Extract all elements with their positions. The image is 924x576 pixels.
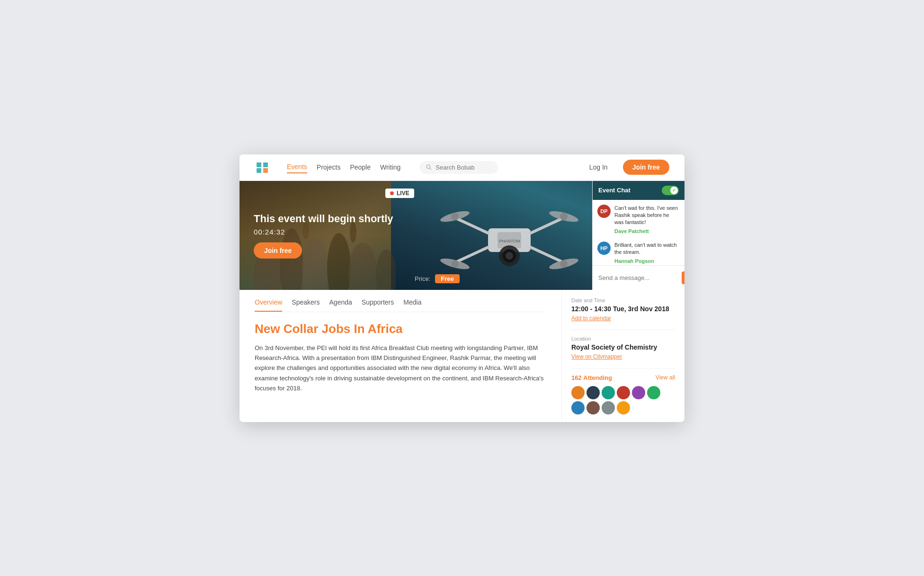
tab-speakers[interactable]: Speakers — [292, 298, 320, 312]
attendee-avatar-9 — [602, 401, 615, 414]
attendee-avatar-6 — [647, 386, 660, 399]
chat-text-1: Can't wait for this. I've seen Rashik sp… — [614, 205, 680, 226]
nav-links: Events Projects People Writing — [287, 161, 400, 173]
chat-message-2: HP Brilliant, can't wait to watch the st… — [597, 242, 680, 265]
chat-message-1: DP Can't wait for this. I've seen Rashik… — [597, 205, 680, 235]
nav-search-box[interactable] — [419, 161, 498, 174]
attendee-avatar-8 — [586, 401, 600, 414]
main-area: Overview Speakers Agenda Supporters Medi… — [240, 290, 684, 422]
chat-header: Event Chat ✓ — [593, 181, 684, 200]
attendee-avatar-5 — [632, 386, 645, 399]
tab-agenda[interactable]: Agenda — [329, 298, 352, 312]
nav-people[interactable]: People — [350, 162, 371, 173]
chat-bubble-1: Can't wait for this. I've seen Rashik sp… — [614, 205, 680, 235]
svg-line-23 — [457, 247, 488, 261]
divider-1 — [571, 330, 675, 330]
svg-rect-3 — [263, 168, 268, 173]
location-value: Royal Society of Chemistry — [571, 343, 675, 351]
svg-rect-1 — [263, 162, 268, 167]
navbar: Events Projects People Writing Log In Jo… — [240, 154, 684, 181]
attending-count: 162 Attending — [571, 374, 612, 381]
check-icon: ✓ — [672, 188, 676, 193]
price-label: Price: — [415, 275, 430, 282]
price-badge: Price: Free — [415, 274, 460, 283]
attendee-avatar-2 — [586, 386, 600, 399]
attendee-avatar-3 — [602, 386, 615, 399]
svg-point-31 — [451, 260, 459, 268]
attendee-avatar-1 — [571, 386, 585, 399]
live-dot — [390, 191, 394, 195]
location-label: Location — [571, 336, 675, 342]
chat-toggle-dot: ✓ — [670, 187, 678, 194]
chat-author-1[interactable]: Dave Patchett — [614, 228, 680, 235]
chat-avatar-2: HP — [597, 242, 611, 255]
price-value: Free — [435, 274, 459, 283]
chat-bubble-2: Brilliant, can't wait to watch the strea… — [614, 242, 680, 265]
svg-rect-2 — [257, 168, 261, 173]
chat-header-label: Event Chat — [598, 187, 631, 194]
attendee-avatar-4 — [617, 386, 630, 399]
chat-toggle[interactable]: ✓ — [662, 186, 679, 195]
tab-overview[interactable]: Overview — [255, 298, 282, 312]
search-icon — [426, 164, 432, 171]
login-button[interactable]: Log In — [589, 163, 608, 171]
svg-line-22 — [531, 219, 561, 233]
drone-illustration: PHANTOM — [429, 190, 590, 280]
svg-line-5 — [430, 168, 431, 170]
app-window: Events Projects People Writing Log In Jo… — [240, 154, 684, 422]
attending-number: 162 — [571, 374, 582, 381]
hero-timer: 00:24:32 — [254, 228, 393, 236]
logo[interactable] — [255, 160, 270, 175]
event-description: On 3rd November, the PEI will hold its f… — [255, 343, 546, 394]
join-free-nav-button[interactable]: Join free — [623, 160, 669, 175]
content-left: Overview Speakers Agenda Supporters Medi… — [240, 290, 561, 422]
date-section: Date and Time 12:00 - 14:30 Tue, 3rd Nov… — [571, 297, 675, 322]
attendee-avatar-10 — [617, 401, 630, 414]
send-area: Send — [593, 265, 684, 290]
svg-point-30 — [560, 213, 568, 220]
live-badge: LIVE — [385, 189, 414, 198]
hero-title: This event will begin shortly — [254, 212, 393, 225]
svg-point-29 — [451, 213, 459, 220]
event-tabs: Overview Speakers Agenda Supporters Medi… — [255, 298, 546, 312]
date-value: 12:00 - 14:30 Tue, 3rd Nov 2018 — [571, 305, 675, 313]
svg-point-20 — [506, 252, 513, 260]
view-all-link[interactable]: View all — [656, 374, 675, 381]
nav-projects[interactable]: Projects — [317, 162, 341, 173]
attending-row: 162 Attending View all — [571, 374, 675, 381]
view-map-link[interactable]: View on Citymapper — [571, 353, 622, 360]
svg-text:PHANTOM: PHANTOM — [499, 239, 520, 243]
search-input[interactable] — [435, 164, 491, 171]
attendee-avatars — [571, 386, 675, 414]
message-input[interactable] — [598, 274, 678, 281]
send-button[interactable]: Send — [682, 271, 684, 284]
date-label: Date and Time — [571, 297, 675, 303]
nav-writing[interactable]: Writing — [380, 162, 400, 173]
svg-point-32 — [560, 260, 568, 268]
join-free-hero-button[interactable]: Join free — [254, 243, 302, 259]
chat-text-2: Brilliant, can't wait to watch the strea… — [614, 242, 680, 256]
content-right: Date and Time 12:00 - 14:30 Tue, 3rd Nov… — [561, 290, 684, 422]
attending-label: Attending — [583, 374, 612, 381]
add-calendar-link[interactable]: Add to calendar — [571, 315, 611, 322]
live-label: LIVE — [397, 190, 409, 197]
hero-section: PHANTOM This event will begin shortly 00… — [240, 181, 684, 290]
divider-2 — [571, 368, 675, 369]
chat-messages: DP Can't wait for this. I've seen Rashik… — [593, 200, 684, 265]
svg-line-21 — [457, 219, 488, 233]
svg-line-24 — [531, 247, 561, 261]
event-chat-panel: Event Chat ✓ DP Can't wait for this. I'v… — [592, 181, 684, 290]
hero-text: This event will begin shortly 00:24:32 J… — [254, 212, 393, 259]
event-title: New Collar Jobs In Africa — [255, 322, 546, 336]
tab-supporters[interactable]: Supporters — [362, 298, 394, 312]
nav-events[interactable]: Events — [287, 161, 307, 173]
tab-media[interactable]: Media — [403, 298, 421, 312]
chat-author-2[interactable]: Hannah Pogson — [614, 258, 680, 265]
svg-rect-0 — [257, 162, 261, 167]
location-section: Location Royal Society of Chemistry View… — [571, 336, 675, 360]
attendee-avatar-7 — [571, 401, 585, 414]
chat-avatar-1: DP — [597, 205, 611, 218]
